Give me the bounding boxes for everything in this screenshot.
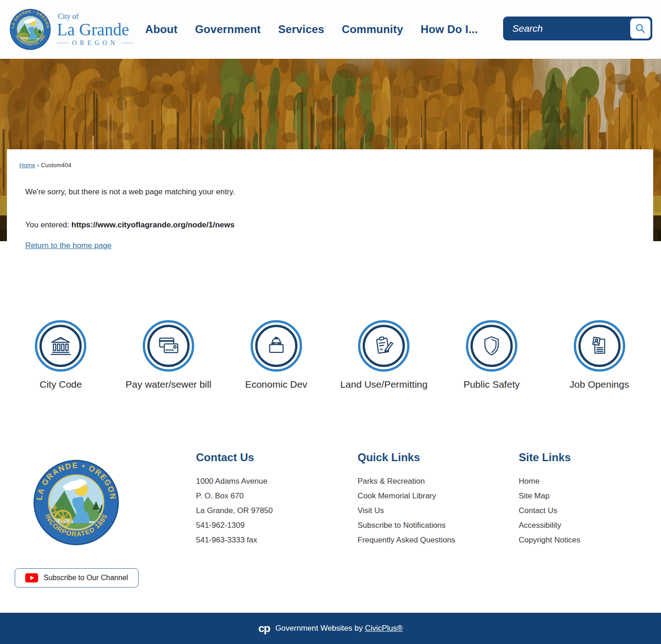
link-cook-memorial-library[interactable]: Cook Memorial Library [358,489,455,503]
action-pay-water-sewer[interactable]: Pay water/sewer bill [115,320,223,390]
clipboard-pencil-icon [371,333,396,358]
site-header: City of La Grande OREGON About Governmen… [0,0,661,59]
nav-services[interactable]: Services [278,23,324,36]
footer-contact: Contact Us 1000 Adams Avenue P. O. Box 6… [196,451,273,548]
link-parks-recreation[interactable]: Parks & Recreation [358,474,455,489]
contact-address-3: La Grande, OR 97850 [196,503,273,518]
nav-about[interactable]: About [145,23,177,36]
bottom-bar: cp Government Websites by CivicPlus® [0,613,661,644]
bank-building-icon [48,333,73,358]
search-bar [503,17,652,40]
breadcrumb-home-link[interactable]: Home [19,162,35,169]
search-icon [634,23,646,34]
link-site-map[interactable]: Site Map [519,489,580,503]
link-accessibility[interactable]: Accessibility [519,518,580,533]
toolbox-hardhat-icon [264,333,289,358]
site-links-heading: Site Links [519,451,580,464]
shield-icon [479,333,504,358]
site-logo[interactable]: City of La Grande OREGON [9,8,133,51]
credit-cards-icon [156,333,181,358]
link-subscribe-notifications[interactable]: Subscribe to Notifications [358,518,455,533]
link-faq[interactable]: Frequently Asked Questions [358,533,455,548]
action-job-openings[interactable]: Job Openings [545,320,653,390]
nav-government[interactable]: Government [195,23,261,36]
action-city-code[interactable]: City Code [7,320,115,390]
entered-line: You entered: https://www.cityoflagrande.… [25,220,653,230]
search-input[interactable] [503,23,630,34]
bottom-bar-text: Government Websites by CivicPlus® [275,624,403,633]
search-button[interactable] [630,18,650,39]
footer-city-seal-icon [32,458,120,547]
return-home-link[interactable]: Return to the home page [25,241,112,250]
youtube-subscribe-button[interactable]: Subscribe to Our Channel [15,568,139,588]
logo-state: OREGON [57,40,133,47]
breadcrumb: Home›Custom404 [19,162,653,169]
city-seal-icon [9,8,51,51]
breadcrumb-separator: › [37,162,39,169]
link-contact-us[interactable]: Contact Us [519,503,580,518]
logo-city-of: City of [58,12,133,21]
action-economic-dev[interactable]: Economic Dev [222,320,330,390]
action-public-safety[interactable]: Public Safety [438,320,546,390]
contact-address-2: P. O. Box 670 [196,489,273,503]
link-visit-us[interactable]: Visit Us [358,503,455,518]
entered-url: https://www.cityoflagrande.org/node/1/ne… [72,220,235,229]
contact-phone: 541-962-1309 [196,518,273,533]
breadcrumb-current: Custom404 [41,162,71,169]
youtube-icon [25,573,38,582]
link-home[interactable]: Home [519,474,580,489]
content-panel: Home›Custom404 We're sorry, but there is… [7,149,653,613]
contact-fax: 541-963-3333 fax [196,533,273,548]
resume-icon [587,333,612,358]
nav-community[interactable]: Community [342,23,403,36]
link-copyright-notices[interactable]: Copyright Notices [519,533,580,548]
civicplus-link[interactable]: CivicPlus® [365,624,403,633]
footer-quick-links: Quick Links Parks & Recreation Cook Memo… [358,451,455,548]
site-footer: Contact Us 1000 Adams Avenue P. O. Box 6… [7,451,653,613]
quick-links-heading: Quick Links [358,451,455,464]
logo-name: La Grande [57,21,133,39]
logo-wordmark: City of La Grande OREGON [57,12,133,47]
contact-heading: Contact Us [196,451,273,464]
entered-label: You entered: [25,220,72,229]
civicplus-icon: cp [258,622,270,635]
quick-actions-row: City Code Pay water/sewer bill [7,320,653,390]
contact-address-1: 1000 Adams Avenue [196,474,273,489]
action-land-use-permitting[interactable]: Land Use/Permitting [330,320,438,390]
nav-how-do-i[interactable]: How Do I... [420,23,478,36]
error-message: We're sorry, but there is not a web page… [25,187,653,197]
main-nav: About Government Services Community How … [145,23,478,36]
footer-site-links: Site Links Home Site Map Contact Us Acce… [519,451,580,548]
